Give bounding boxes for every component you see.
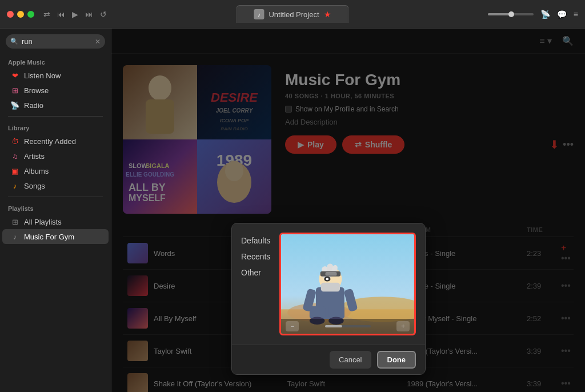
dialog-image: − +: [281, 234, 414, 334]
cancel-button[interactable]: Cancel: [330, 351, 371, 369]
dialog-footer: Cancel Done: [232, 345, 425, 374]
albums-label: Albums: [24, 167, 49, 175]
minimize-button[interactable]: [17, 11, 24, 18]
listen-now-icon: ❤: [10, 71, 19, 80]
maximize-button[interactable]: [27, 11, 34, 18]
sidebar-divider-2: [8, 197, 103, 197]
menu-icon[interactable]: ≡: [574, 10, 578, 19]
content-area: ≡ ▾ 🔍: [111, 29, 585, 392]
dialog-menu-recents[interactable]: Recents: [241, 251, 270, 262]
zoom-slider[interactable]: [325, 325, 371, 327]
image-picker-dialog: Defaults Recents Other: [231, 223, 426, 375]
svg-rect-24: [328, 306, 344, 319]
sidebar-item-albums[interactable]: ▣ Albums: [2, 163, 109, 178]
title-tab[interactable]: ♪ Untitled Project ★: [236, 5, 348, 23]
sidebar: 🔍 ✕ Apple Music ❤ Listen Now ⊞ Browse 📡 …: [0, 29, 111, 392]
albums-icon: ▣: [10, 166, 19, 175]
svg-rect-35: [326, 272, 337, 276]
done-button[interactable]: Done: [377, 351, 416, 369]
all-playlists-label: All Playlists: [24, 218, 62, 226]
all-playlists-icon: ⊞: [10, 217, 19, 226]
close-button[interactable]: [7, 11, 14, 18]
sidebar-item-all-playlists[interactable]: ⊞ All Playlists: [2, 214, 109, 229]
main-layout: 🔍 ✕ Apple Music ❤ Listen Now ⊞ Browse 📡 …: [0, 29, 585, 392]
svg-point-33: [326, 278, 328, 280]
radio-label: Radio: [24, 101, 43, 110]
titlebar-right: 📡 💬 ≡: [488, 10, 578, 19]
apple-music-section-label: Apple Music: [0, 54, 111, 68]
repeat-control[interactable]: ↺: [100, 10, 107, 19]
search-clear-icon[interactable]: ✕: [95, 38, 101, 46]
radio-icon: 📡: [10, 101, 19, 110]
zoom-out-button[interactable]: −: [286, 321, 299, 331]
airplay-icon[interactable]: 📡: [540, 10, 550, 19]
search-container: 🔍 ✕: [6, 34, 105, 49]
dialog-body: Defaults Recents Other: [232, 223, 425, 345]
lyrics-icon[interactable]: 💬: [557, 10, 567, 19]
dialog-overlay: Defaults Recents Other: [111, 29, 585, 392]
title-tab-area: ♪ Untitled Project ★: [236, 5, 348, 23]
sidebar-item-browse[interactable]: ⊞ Browse: [2, 83, 109, 98]
search-input[interactable]: [6, 34, 105, 49]
recently-added-icon: ⏱: [10, 137, 19, 146]
traffic-lights: [7, 11, 34, 18]
music-for-gym-icon: ♪: [10, 232, 19, 241]
volume-slider[interactable]: [488, 13, 534, 15]
songs-icon: ♪: [10, 181, 19, 190]
playback-controls: ⇄ ⏮ ▶ ⏭ ↺: [43, 10, 107, 19]
browse-icon: ⊞: [10, 86, 19, 95]
next-control[interactable]: ⏭: [85, 10, 93, 19]
sidebar-item-songs[interactable]: ♪ Songs: [2, 178, 109, 193]
project-title: Untitled Project: [269, 10, 319, 19]
shuffle-control[interactable]: ⇄: [43, 10, 50, 19]
zoom-in-button[interactable]: +: [396, 321, 410, 331]
sidebar-item-music-for-gym[interactable]: ♪ Music For Gym: [2, 229, 109, 244]
dialog-menu-defaults[interactable]: Defaults: [241, 235, 270, 246]
sidebar-item-listen-now[interactable]: ❤ Listen Now: [2, 68, 109, 83]
music-for-gym-label: Music For Gym: [24, 233, 74, 241]
search-icon: 🔍: [10, 38, 18, 45]
titlebar: ⇄ ⏮ ▶ ⏭ ↺ ♪ Untitled Project ★ 📡 💬 ≡: [0, 0, 585, 29]
songs-label: Songs: [24, 182, 45, 190]
dialog-menu: Defaults Recents Other: [241, 233, 270, 335]
music-tab-icon: ♪: [254, 9, 264, 19]
recently-added-label: Recently Added: [24, 137, 76, 146]
playlists-section-label: Playlists: [0, 201, 111, 214]
prev-control[interactable]: ⏮: [57, 10, 65, 19]
sidebar-item-recently-added[interactable]: ⏱ Recently Added: [2, 134, 109, 149]
sidebar-item-artists[interactable]: ♫ Artists: [2, 149, 109, 163]
svg-rect-31: [321, 283, 340, 292]
listen-now-label: Listen Now: [24, 71, 61, 80]
dialog-menu-other[interactable]: Other: [241, 267, 270, 278]
sidebar-item-radio[interactable]: 📡 Radio: [2, 98, 109, 113]
browse-label: Browse: [24, 86, 49, 95]
star-icon[interactable]: ★: [324, 10, 331, 19]
image-controls: − +: [281, 319, 414, 334]
library-section-label: Library: [0, 120, 111, 134]
artists-label: Artists: [24, 152, 45, 161]
sidebar-divider-1: [8, 116, 103, 117]
dialog-image-area: − +: [279, 233, 416, 335]
play-control[interactable]: ▶: [72, 10, 78, 19]
artists-icon: ♫: [10, 151, 19, 161]
